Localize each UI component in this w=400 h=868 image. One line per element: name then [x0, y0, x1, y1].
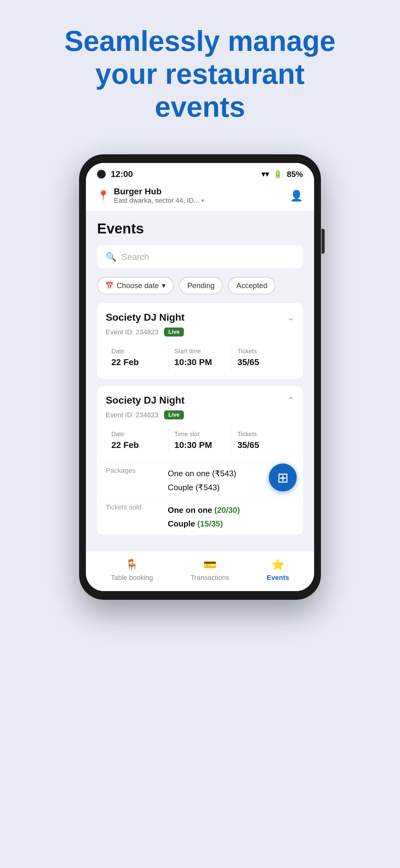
events-icon: ⭐: [271, 558, 284, 570]
event-card-1[interactable]: Society DJ Night ⌄ Event ID: 234823 Live…: [97, 303, 303, 379]
date-filter-chip[interactable]: 📅 Choose date ▾: [97, 277, 174, 294]
tickets-sold-label: Tickets sold: [106, 503, 168, 511]
search-placeholder: Search: [122, 252, 149, 262]
accepted-label: Accepted: [236, 281, 267, 290]
event-1-tickets-cell: Tickets 35/65: [232, 342, 294, 372]
qr-code-button[interactable]: ⊞: [269, 464, 297, 491]
event-2-live-badge: Live: [164, 410, 184, 420]
restaurant-address: East dwarka, sector 44, ID... ▾: [114, 196, 204, 205]
profile-icon[interactable]: 👤: [290, 189, 303, 202]
event-2-id: Event ID: 234823: [106, 411, 159, 419]
calendar-icon: 📅: [105, 282, 113, 290]
event-1-date-cell: Date 22 Feb: [106, 342, 168, 372]
sold-1-value: (20/30): [214, 505, 240, 515]
address-chevron-icon: ▾: [201, 197, 204, 204]
event-2-meta: Event ID: 234823 Live: [97, 408, 303, 425]
location-pin-icon: 📍: [97, 190, 109, 202]
main-content: Events 🔍 Search 📅 Choose date ▾ Pending …: [86, 211, 314, 551]
expand-icon[interactable]: ⌃: [287, 395, 294, 405]
tickets-sold-values: One on one (20/30) Couple (15/35): [168, 503, 240, 531]
pending-filter-chip[interactable]: Pending: [179, 277, 223, 294]
camera-icon: [97, 170, 106, 179]
nav-item-events[interactable]: ⭐ Events: [267, 558, 289, 582]
bottom-nav: 🪑 Table booking 💳 Transactions ⭐ Events: [86, 551, 314, 591]
table-booking-label: Table booking: [111, 574, 153, 582]
tickets-sold-row: Tickets sold One on one (20/30) Couple (…: [97, 499, 303, 535]
status-bar: 12:00 ▾▾ 🔋 85%: [86, 163, 314, 183]
search-bar[interactable]: 🔍 Search: [97, 246, 303, 268]
package-1: One on one (₹543): [168, 467, 236, 480]
wifi-icon: ▾▾: [261, 170, 269, 179]
tickets-label-2: Tickets: [237, 431, 289, 438]
event-2-name: Society DJ Night: [106, 395, 185, 406]
sold-2: Couple (15/35): [168, 517, 240, 531]
date-label: Date: [111, 348, 163, 355]
table-booking-icon: 🪑: [125, 558, 138, 570]
event-1-meta: Event ID: 234823 Live: [97, 326, 303, 342]
date-filter-label: Choose date: [116, 281, 159, 290]
event-1-id: Event ID: 234823: [106, 328, 159, 336]
sold-1-name: One on one: [168, 505, 212, 515]
tickets-value: 35/65: [237, 357, 289, 367]
phone-screen: 12:00 ▾▾ 🔋 85% 📍 Burger Hub East dwarka,…: [86, 163, 314, 591]
tickets-label: Tickets: [237, 348, 289, 355]
sold-1: One on one (20/30): [168, 503, 240, 517]
phone-device: 12:00 ▾▾ 🔋 85% 📍 Burger Hub East dwarka,…: [79, 154, 321, 600]
restaurant-name: Burger Hub: [114, 187, 204, 196]
transactions-icon: 💳: [203, 558, 216, 570]
transactions-label: Transactions: [190, 574, 229, 582]
sold-2-value: (15/35): [197, 519, 223, 528]
time-slot-label: Time slot: [174, 431, 226, 438]
event-1-start-time-cell: Start time 10:30 PM: [169, 342, 231, 372]
start-time-value: 10:30 PM: [174, 357, 226, 367]
event-1-live-badge: Live: [164, 328, 184, 337]
packages-label: Packages: [106, 467, 168, 475]
date-value-2: 22 Feb: [111, 440, 163, 450]
event-1-name: Society DJ Night: [106, 312, 185, 323]
event-2-time-slot-cell: Time slot 10:30 PM: [169, 425, 231, 455]
filter-row: 📅 Choose date ▾ Pending Accepted: [97, 277, 303, 294]
date-label-2: Date: [111, 431, 163, 438]
sold-2-name: Couple: [168, 519, 195, 528]
date-value: 22 Feb: [111, 357, 163, 367]
start-time-label: Start time: [174, 348, 226, 355]
package-2: Couple (₹543): [168, 480, 236, 494]
event-card-2[interactable]: Society DJ Night ⌃ Event ID: 234823 Live…: [97, 386, 303, 535]
pending-label: Pending: [187, 281, 214, 290]
hero-title: Seamlessly manage your restaurant events: [61, 25, 339, 123]
page-title: Events: [97, 220, 303, 237]
packages-values: One on one (₹543) Couple (₹543): [168, 467, 236, 494]
tickets-value-2: 35/65: [237, 440, 289, 450]
battery-percent: 85%: [287, 169, 303, 179]
event-card-1-header[interactable]: Society DJ Night ⌄: [97, 303, 303, 326]
location-bar[interactable]: 📍 Burger Hub East dwarka, sector 44, ID.…: [86, 183, 314, 211]
event-2-tickets-cell: Tickets 35/65: [232, 425, 294, 455]
status-time: 12:00: [111, 169, 133, 179]
event-1-stats: Date 22 Feb Start time 10:30 PM Tickets …: [106, 342, 294, 372]
accepted-filter-chip[interactable]: Accepted: [228, 277, 275, 294]
nav-item-transactions[interactable]: 💳 Transactions: [190, 558, 229, 582]
nav-item-table-booking[interactable]: 🪑 Table booking: [111, 558, 153, 582]
event-2-date-cell: Date 22 Feb: [106, 425, 168, 455]
battery-icon: 🔋: [273, 170, 282, 179]
date-chevron-icon: ▾: [162, 281, 166, 290]
events-label: Events: [267, 574, 289, 582]
event-2-stats: Date 22 Feb Time slot 10:30 PM Tickets 3…: [106, 425, 294, 455]
event-card-2-header[interactable]: Society DJ Night ⌃: [97, 386, 303, 408]
search-icon: 🔍: [106, 252, 116, 262]
collapse-icon[interactable]: ⌄: [287, 312, 294, 322]
time-slot-value: 10:30 PM: [174, 440, 226, 450]
